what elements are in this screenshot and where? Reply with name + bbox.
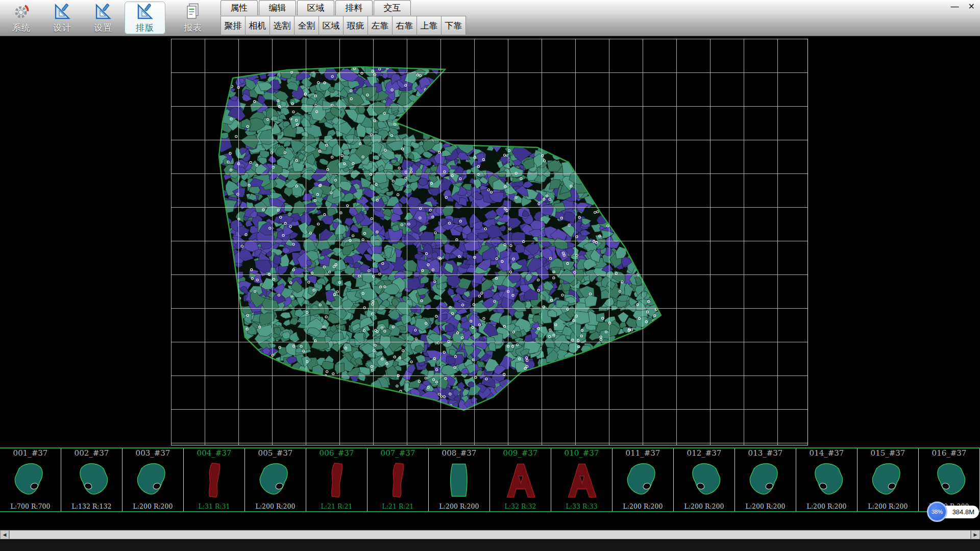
setsquare-icon (136, 3, 154, 21)
menu-tab-bar: 属性编辑区域排料交互 (220, 0, 465, 15)
piece-size-label: L:32 R:32 (505, 503, 536, 510)
app-button-label: 排版 (136, 22, 154, 34)
menu-tab[interactable]: 属性 (220, 0, 258, 15)
tool-button[interactable]: 左靠 (368, 16, 393, 35)
scrollbar-thumb[interactable] (9, 530, 971, 539)
tool-button[interactable]: 瑕疵 (343, 16, 368, 35)
piece-shape-preview (744, 458, 787, 503)
piece-thumbnail[interactable]: 014_#37L:200 R:200 (796, 448, 857, 511)
scroll-left-button[interactable]: ◀ (0, 530, 9, 539)
main-toolbar: 系统设计设置排版报表 属性编辑区域排料交互 聚排相机选割全割区域瑕疵左靠右靠上靠… (0, 0, 980, 36)
tool-button-bar: 聚排相机选割全割区域瑕疵左靠右靠上靠下靠 (220, 15, 465, 36)
piece-name: 009_#37 (503, 449, 538, 458)
leather-hide-canvas[interactable] (0, 36, 980, 447)
piece-thumbnail[interactable]: 015_#37L:200 R:200 (857, 448, 919, 511)
piece-shape-preview (9, 458, 52, 503)
app-launcher: 系统设计设置排版报表 (0, 0, 213, 36)
piece-size-label: L:200 R:200 (684, 503, 724, 510)
piece-shape-preview (438, 458, 481, 503)
piece-shape-preview (254, 458, 297, 503)
piece-thumbnail[interactable]: 001_#37L:700 R:700 (0, 448, 61, 511)
app-button-4[interactable]: 报表 (173, 0, 213, 36)
menu-tab[interactable]: 排料 (335, 0, 373, 15)
piece-thumbnail[interactable]: 010_#37L:33 R:33 (551, 448, 612, 511)
progress-value: 38% (932, 509, 943, 515)
piece-thumbnail[interactable]: 016_#37L:200 R:200 (919, 448, 980, 511)
piece-shape-preview (867, 458, 910, 503)
menu-tab[interactable]: 区域 (297, 0, 334, 15)
piece-size-label: L:200 R:200 (256, 503, 296, 510)
piece-thumbnail[interactable]: 013_#37L:200 R:200 (735, 448, 796, 511)
app-button-0[interactable]: 系统 (1, 0, 42, 36)
horizontal-scrollbar[interactable]: ◀ ▶ (0, 530, 980, 539)
piece-size-label: L:200 R:200 (746, 503, 786, 510)
app-button-label: 系统 (12, 22, 31, 34)
piece-name: 014_#37 (810, 449, 844, 458)
tool-button[interactable]: 下靠 (441, 16, 466, 35)
nesting-workspace[interactable] (0, 36, 980, 447)
close-button[interactable]: ✕ (968, 2, 975, 11)
piece-shape-preview (928, 458, 971, 503)
minimize-button[interactable]: — (951, 2, 959, 11)
piece-thumbnail[interactable]: 005_#37L:200 R:200 (245, 448, 306, 511)
piece-name: 006_#37 (320, 449, 354, 458)
piece-size-label: L:33 R:33 (566, 503, 598, 510)
tool-button[interactable]: 选割 (270, 16, 295, 35)
app-button-3[interactable]: 排版 (125, 2, 165, 34)
app-button-label: 报表 (184, 22, 202, 34)
piece-name: 016_#37 (932, 449, 967, 458)
piece-size-label: L:21 R:21 (382, 503, 414, 510)
tool-button[interactable]: 上靠 (416, 16, 442, 35)
menu-tab[interactable]: 交互 (374, 0, 411, 15)
tool-button[interactable]: 区域 (318, 16, 344, 35)
app-button-label: 设置 (94, 22, 112, 34)
piece-size-label: L:132 R:132 (72, 503, 112, 510)
piece-size-label: L:200 R:200 (807, 503, 847, 510)
report-icon (184, 3, 202, 21)
piece-size-label: L:700 R:700 (11, 503, 51, 510)
piece-name: 013_#37 (748, 449, 783, 458)
app-button-2[interactable]: 设置 (83, 0, 124, 36)
tool-button[interactable]: 相机 (245, 16, 270, 35)
piece-shape-preview (377, 458, 420, 503)
piece-shape-preview (132, 458, 175, 503)
piece-size-label: L:200 R:200 (868, 503, 908, 510)
piece-thumbnail[interactable]: 007_#37L:21 R:21 (368, 448, 429, 511)
scrollbar-track[interactable] (9, 530, 971, 539)
piece-name: 002_#37 (75, 449, 109, 458)
progress-badge: 38% (927, 502, 947, 522)
piece-name: 015_#37 (871, 449, 905, 458)
menu-area: 属性编辑区域排料交互 聚排相机选割全割区域瑕疵左靠右靠上靠下靠 (220, 0, 465, 36)
setsquare-icon (94, 3, 112, 21)
piece-thumbnail[interactable]: 008_#37L:200 R:200 (429, 448, 490, 511)
piece-size-label: L:21 R:21 (321, 503, 353, 510)
status-bar-filler (0, 540, 980, 551)
piece-name: 011_#37 (626, 449, 660, 458)
piece-name: 005_#37 (258, 449, 293, 458)
setsquare-icon (53, 3, 71, 21)
piece-shape-preview (193, 458, 236, 503)
piece-name: 012_#37 (687, 449, 722, 458)
piece-thumbnail[interactable]: 004_#37L:31 R:31 (184, 448, 245, 511)
tool-button[interactable]: 全割 (294, 16, 319, 35)
piece-shape-preview (315, 458, 358, 503)
tool-button[interactable]: 聚排 (220, 16, 246, 35)
piece-thumbnail[interactable]: 012_#37L:200 R:200 (674, 448, 735, 511)
piece-thumbnail[interactable]: 009_#37L:32 R:32 (490, 448, 551, 511)
menu-tab[interactable]: 编辑 (259, 0, 296, 15)
piece-shape-preview (622, 458, 665, 503)
piece-thumbnail[interactable]: 003_#37L:200 R:200 (122, 448, 184, 511)
piece-name: 007_#37 (381, 449, 415, 458)
piece-thumbnail[interactable]: 002_#37L:132 R:132 (61, 448, 122, 511)
piece-thumbnail[interactable]: 011_#37L:200 R:200 (612, 448, 674, 511)
scroll-right-button[interactable]: ▶ (971, 530, 980, 539)
piece-size-label: L:31 R:31 (199, 503, 230, 510)
app-button-1[interactable]: 设计 (42, 0, 83, 36)
piece-shape-preview (70, 458, 113, 503)
piece-name: 004_#37 (197, 449, 232, 458)
piece-size-label: L:200 R:200 (133, 503, 173, 510)
tool-button[interactable]: 右靠 (392, 16, 417, 35)
gear-icon (12, 3, 31, 21)
piece-thumbnail[interactable]: 006_#37L:21 R:21 (306, 448, 368, 511)
piece-name: 001_#37 (13, 449, 48, 458)
